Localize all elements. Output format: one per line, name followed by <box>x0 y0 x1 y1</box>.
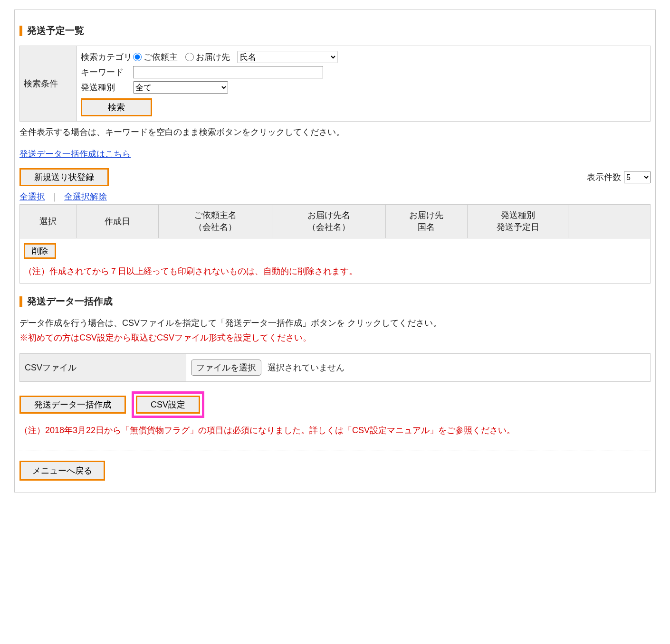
bulk-create-button[interactable]: 発送データ一括作成 <box>19 396 126 414</box>
display-count-select[interactable]: 5 <box>624 171 651 183</box>
col-destination: お届け先名 （会社名） <box>272 205 385 238</box>
csv-file-cell: ファイルを選択 選択されていません <box>186 353 651 381</box>
select-all-link[interactable]: 全選択 <box>19 192 45 201</box>
search-conditions-table: 検索条件 検索カテゴリ ご依頼主 お届け先 氏名 キーワード <box>19 46 651 122</box>
accent-bar-icon <box>19 296 22 307</box>
separator: ｜ <box>50 192 59 201</box>
keyword-label: キーワード <box>81 66 133 78</box>
display-count-label: 表示件数 <box>587 171 621 183</box>
auto-delete-note: （注）作成されてから７日以上経っても印刷されないものは、自動的に削除されます。 <box>24 265 646 278</box>
search-helper-text: 全件表示する場合は、キーワードを空白のまま検索ボタンをクリックしてください。 <box>19 126 651 138</box>
csv-file-table: CSVファイル ファイルを選択 選択されていません <box>19 353 651 382</box>
menu-back-button[interactable]: メニューへ戻る <box>19 461 105 481</box>
table-footer-row: 削除 （注）作成されてから７日以上経っても印刷されないものは、自動的に削除されま… <box>20 238 651 284</box>
radio-requester-label: ご依頼主 <box>144 51 178 63</box>
search-button[interactable]: 検索 <box>81 98 152 116</box>
col-ship-type: 発送種別 発送予定日 <box>468 205 568 238</box>
section1-title: 発送予定一覧 <box>27 24 84 37</box>
section2-title: 発送データ一括作成 <box>27 295 113 308</box>
highlight-annotation: CSV設定 <box>132 391 204 418</box>
radio-destination[interactable] <box>185 53 194 61</box>
col-country: お届け先 国名 <box>385 205 468 238</box>
ship-type-label: 発送種別 <box>81 82 133 93</box>
shipment-list-table: 選択 作成日 ご依頼主名 （会社名） お届け先名 （会社名） お届け先 国名 発… <box>19 204 651 284</box>
col-action <box>568 205 651 238</box>
keyword-input[interactable] <box>133 66 323 78</box>
accent-bar-icon <box>19 26 22 36</box>
radio-requester[interactable] <box>133 53 142 61</box>
csv-mandatory-note: （注）2018年3月22日から「無償貨物フラグ」の項目は必須になりました。詳しく… <box>19 424 651 437</box>
field-select[interactable]: 氏名 <box>238 51 337 63</box>
main-panel: 発送予定一覧 検索条件 検索カテゴリ ご依頼主 お届け先 氏名 <box>14 9 656 492</box>
category-label: 検索カテゴリ <box>81 51 133 63</box>
bulk-create-description: データ作成を行う場合は、CSVファイルを指定して「発送データ一括作成」ボタンを … <box>19 316 651 330</box>
col-created: 作成日 <box>77 205 159 238</box>
search-conditions-cell: 検索カテゴリ ご依頼主 お届け先 氏名 キーワード 発 <box>77 46 651 122</box>
bulk-create-link[interactable]: 発送データ一括作成はこちら <box>19 149 131 159</box>
first-time-note: ※初めての方はCSV設定から取込むCSVファイル形式を設定してください。 <box>19 331 651 345</box>
delete-button[interactable]: 削除 <box>24 243 56 259</box>
col-select: 選択 <box>20 205 77 238</box>
ship-type-select[interactable]: 全て <box>133 81 228 94</box>
radio-destination-label: お届け先 <box>196 51 230 63</box>
file-select-button[interactable]: ファイルを選択 <box>191 360 261 376</box>
file-state-text: 選択されていません <box>268 363 345 372</box>
deselect-all-link[interactable]: 全選択解除 <box>64 192 107 201</box>
search-conditions-label: 検索条件 <box>20 46 77 122</box>
bulk-create-heading: 発送データ一括作成 <box>19 295 651 308</box>
csv-settings-button[interactable]: CSV設定 <box>136 396 200 414</box>
col-requester: ご依頼主名 （会社名） <box>158 205 272 238</box>
csv-file-label: CSVファイル <box>20 353 186 381</box>
shipment-list-heading: 発送予定一覧 <box>19 24 651 37</box>
divider <box>19 451 651 451</box>
new-slip-button[interactable]: 新規送り状登録 <box>19 168 109 186</box>
